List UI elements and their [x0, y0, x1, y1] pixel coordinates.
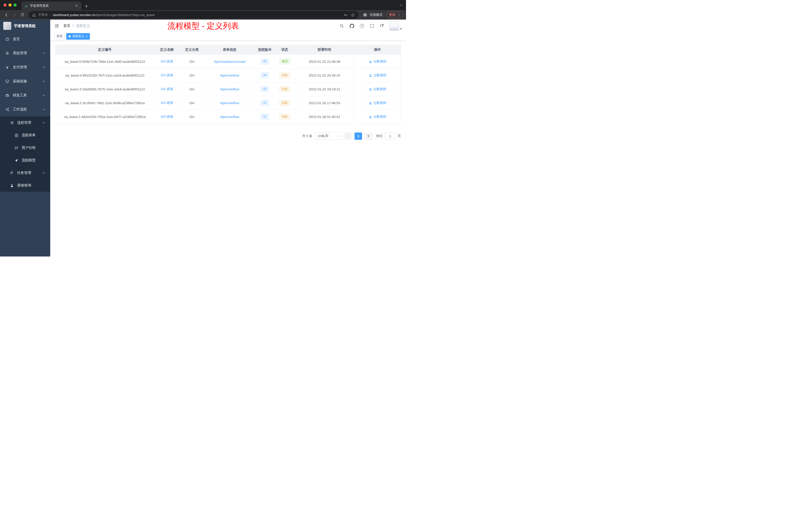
tag-process-definition[interactable]: 流程定义 × — [66, 33, 90, 40]
chevron-down-icon — [42, 52, 45, 55]
cell-category: OA — [179, 110, 205, 123]
cell-category: OA — [179, 55, 205, 68]
table-row: oa_leave:3:1fad3d93-7b75-11ec-a3c8-acde4… — [55, 82, 401, 96]
cell-deploy-time: 2022-01-22 21:48:38 — [295, 55, 354, 68]
sidebar-item-task-mgmt[interactable]: 任务管理 — [0, 167, 50, 179]
zoom-window-button[interactable] — [13, 3, 17, 6]
tab-close-icon[interactable]: ✕ — [74, 3, 79, 8]
sidebar-item-label: 支付管理 — [13, 65, 27, 69]
key-icon[interactable] — [344, 13, 348, 17]
close-window-button[interactable] — [3, 3, 6, 6]
goto-page-input[interactable] — [385, 132, 396, 140]
definition-name-link[interactable]: OA 请假 — [161, 101, 173, 105]
assign-rule-button[interactable]: 分配规则 — [369, 59, 386, 64]
version-badge: v3 — [261, 86, 269, 92]
back-icon[interactable] — [2, 11, 10, 19]
github-icon[interactable] — [349, 24, 354, 28]
person-icon — [369, 101, 372, 105]
not-secure-label: 不安全 — [38, 12, 48, 17]
person-icon — [9, 183, 14, 188]
breadcrumb-home[interactable]: 首页 — [63, 24, 70, 28]
chevron-up-icon — [42, 108, 45, 111]
form-info-link[interactable]: /bpm/oa/flow — [220, 115, 239, 119]
sidebar-collapse-icon[interactable] — [54, 23, 59, 28]
table-row: oa_leave:5:004b710b-7b8a-11ec-8ef0-acde4… — [55, 55, 401, 68]
chrome-update-button[interactable]: 更新 ⋮ — [386, 11, 404, 18]
sidebar-item-payment-mgmt[interactable]: ¥ 支付管理 — [0, 60, 50, 74]
workflow-submenu: 流程管理 流程表单 用户分组 流程模型 — [0, 117, 50, 192]
breadcrumb: 首页 / 流程定义 — [63, 24, 90, 28]
font-size-icon[interactable]: TT — [380, 24, 384, 28]
person-icon — [369, 60, 372, 63]
sidebar-item-user-group[interactable]: 用户分组 — [0, 142, 50, 154]
url-omnibox[interactable]: 不安全 dashboard.yudao.iocoder.cn/bpm/manag… — [29, 11, 358, 19]
sidebar-item-process-model[interactable]: 流程模型 — [0, 154, 50, 167]
assign-rule-button[interactable]: 分配规则 — [369, 115, 386, 119]
sidebar-item-system-mgmt[interactable]: 系统管理 — [0, 46, 50, 60]
new-tab-button[interactable]: + — [85, 3, 88, 9]
tag-home[interactable]: 首页 — [54, 33, 65, 40]
update-label: 更新 — [389, 12, 396, 17]
minimize-window-button[interactable] — [8, 3, 11, 6]
table-row: oa_leave:4:991f2193-7b7f-11ec-a3c8-acde4… — [55, 68, 401, 82]
browser-address-bar: 不安全 dashboard.yudao.iocoder.cn/bpm/manag… — [0, 10, 406, 20]
user-avatar-menu[interactable] — [389, 21, 402, 31]
browser-menu-icon[interactable]: ⋮ — [398, 13, 401, 17]
not-secure-warning-icon — [32, 13, 36, 17]
form-info-link[interactable]: /bpm/oa/leave/create — [214, 60, 245, 63]
chevron-down-icon — [337, 135, 339, 138]
sidebar-item-infrastructure[interactable]: 基础设施 — [0, 74, 50, 88]
definition-name-link[interactable]: OA 请假 — [161, 73, 173, 78]
cell-deploy-time: 2022-01-22 19:19:11 — [295, 82, 354, 96]
column-header: 表单信息 — [205, 45, 255, 55]
incognito-badge: 无痕模式 — [362, 12, 383, 17]
reload-icon[interactable] — [19, 11, 26, 19]
goto-unit: 页 — [398, 134, 401, 138]
toolbox-icon — [5, 93, 9, 98]
prev-page-button[interactable] — [345, 132, 352, 140]
cell-deploy-time: 2022-01-22 20:34:10 — [295, 68, 354, 82]
assign-rule-button[interactable]: 分配规则 — [369, 101, 386, 105]
sidebar-item-leave-query[interactable]: 请假查询 — [0, 179, 50, 192]
definition-name-link[interactable]: OA 请假 — [161, 115, 173, 119]
incognito-icon — [362, 12, 368, 17]
forward-icon[interactable] — [10, 11, 18, 19]
fullscreen-icon[interactable] — [370, 24, 374, 28]
assign-rule-button[interactable]: 分配规则 — [369, 73, 386, 78]
monitor-icon — [5, 79, 9, 84]
definition-name-link[interactable]: OA 请假 — [161, 59, 173, 64]
tag-close-icon[interactable]: × — [86, 35, 88, 38]
form-info-link[interactable]: /bpm/oa/flow — [220, 73, 239, 77]
list-icon — [9, 120, 14, 125]
version-badge: v1 — [261, 114, 269, 120]
app-title: 芋道管理系统 — [14, 24, 36, 28]
sidebar-item-process-mgmt[interactable]: 流程管理 — [0, 117, 50, 129]
assign-rule-button[interactable]: 分配规则 — [369, 87, 386, 91]
current-page-button[interactable]: 1 — [354, 132, 362, 140]
sidebar-item-home[interactable]: 首页 — [0, 32, 50, 46]
document-icon — [14, 133, 19, 138]
sidebar-item-dev-tools[interactable]: 研发工具 — [0, 88, 50, 102]
cell-category: OA — [179, 82, 205, 96]
browser-tab[interactable]: 芋道管理系统 ✕ — [22, 1, 81, 10]
cell-definition-id: oa_leave:1:482ec033-762a-11ec-8477-a2380… — [55, 110, 154, 123]
tab-search-icon[interactable] — [399, 3, 403, 7]
form-info-link[interactable]: /bpm/oa/flow — [220, 87, 239, 91]
chevron-down-icon — [42, 66, 45, 69]
cell-category: OA — [179, 96, 205, 110]
sidebar-item-workflow[interactable]: 工作流程 — [0, 102, 50, 117]
cell-definition-id: oa_leave:5:004b710b-7b8a-11ec-8ef0-acde4… — [55, 55, 154, 68]
next-page-button[interactable] — [365, 132, 372, 140]
sidebar-item-label: 首页 — [13, 37, 20, 41]
bookmark-star-icon[interactable] — [351, 13, 355, 17]
app-logo[interactable]: 芋道管理系统 — [0, 20, 50, 32]
form-info-link[interactable]: /bpm/oa/flow — [220, 101, 239, 105]
help-icon[interactable]: ? — [360, 24, 364, 28]
page-size-select[interactable]: 10条/页 — [315, 132, 342, 140]
cell-definition-id: oa_leave:3:1fad3d93-7b75-11ec-a3c8-acde4… — [55, 82, 154, 96]
search-icon[interactable] — [340, 24, 344, 28]
chevron-down-icon — [42, 94, 45, 97]
sidebar-item-process-form[interactable]: 流程表单 — [0, 129, 50, 142]
sidebar-item-label: 系统管理 — [13, 51, 27, 56]
definition-name-link[interactable]: OA 请假 — [161, 87, 173, 91]
